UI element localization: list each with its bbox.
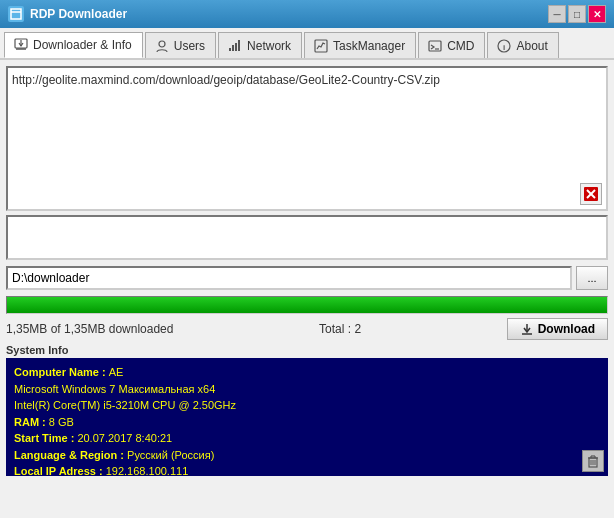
tab-downloader[interactable]: Downloader & Info bbox=[4, 32, 143, 58]
sysinfo-label: System Info bbox=[6, 344, 608, 356]
download-icon bbox=[520, 322, 534, 336]
network-icon bbox=[227, 38, 243, 54]
app-icon bbox=[8, 6, 24, 22]
tab-about[interactable]: i About bbox=[487, 32, 558, 58]
main-content: http://geolite.maxmind.com/download/geoi… bbox=[0, 60, 614, 482]
sysinfo-key-4: Start Time : bbox=[14, 432, 77, 444]
svg-rect-6 bbox=[229, 48, 231, 51]
progress-bar-fill bbox=[7, 297, 607, 313]
sysinfo-box: Computer Name : AE Microsoft Windows 7 М… bbox=[6, 358, 608, 476]
maximize-button[interactable]: □ bbox=[568, 5, 586, 23]
url-item: http://geolite.maxmind.com/download/geoi… bbox=[12, 72, 602, 89]
tab-users-label: Users bbox=[174, 39, 205, 53]
path-row: ... bbox=[6, 266, 608, 290]
sysinfo-val-6: 192.168.100.111 bbox=[106, 465, 189, 476]
cmd-icon bbox=[427, 38, 443, 54]
svg-rect-9 bbox=[238, 40, 240, 51]
window-controls: ─ □ ✕ bbox=[548, 5, 606, 23]
taskmanager-icon bbox=[313, 38, 329, 54]
tab-taskmanager[interactable]: TaskManager bbox=[304, 32, 416, 58]
sysinfo-line-1: Microsoft Windows 7 Максимальная x64 bbox=[14, 381, 600, 398]
tab-bar: Downloader & Info Users Network bbox=[0, 28, 614, 60]
path-input[interactable] bbox=[6, 266, 572, 290]
title-bar: RDP Downloader ─ □ ✕ bbox=[0, 0, 614, 28]
sysinfo-key-6: Local IP Adress : bbox=[14, 465, 106, 476]
download-button-label: Download bbox=[538, 322, 595, 336]
svg-point-5 bbox=[159, 41, 165, 47]
svg-rect-0 bbox=[11, 9, 21, 19]
status-text: 1,35MB of 1,35MB downloaded bbox=[6, 322, 173, 336]
app-title: RDP Downloader bbox=[30, 7, 548, 21]
url-list[interactable]: http://geolite.maxmind.com/download/geoi… bbox=[6, 66, 608, 211]
minimize-button[interactable]: ─ bbox=[548, 5, 566, 23]
sysinfo-key-5: Language & Region : bbox=[14, 449, 127, 461]
sysinfo-line-2: Intel(R) Core(TM) i5-3210M CPU @ 2.50GHz bbox=[14, 397, 600, 414]
total-text: Total : 2 bbox=[319, 322, 361, 336]
svg-text:i: i bbox=[503, 42, 505, 51]
tab-cmd-label: CMD bbox=[447, 39, 474, 53]
sysinfo-line-0: Computer Name : AE bbox=[14, 364, 600, 381]
tab-cmd[interactable]: CMD bbox=[418, 32, 485, 58]
sysinfo-val-5: Русский (Россия) bbox=[127, 449, 214, 461]
sysinfo-key-3: RAM : bbox=[14, 416, 49, 428]
browse-button[interactable]: ... bbox=[576, 266, 608, 290]
download-button[interactable]: Download bbox=[507, 318, 608, 340]
tab-network-label: Network bbox=[247, 39, 291, 53]
tab-users[interactable]: Users bbox=[145, 32, 216, 58]
delete-button[interactable] bbox=[580, 183, 602, 205]
sysinfo-key-0: Computer Name : bbox=[14, 366, 109, 378]
about-icon: i bbox=[496, 38, 512, 54]
svg-rect-8 bbox=[235, 43, 237, 51]
sysinfo-val-3: 8 GB bbox=[49, 416, 74, 428]
trash-button[interactable] bbox=[582, 450, 604, 472]
sysinfo-section: System Info Computer Name : AE Microsoft… bbox=[6, 344, 608, 476]
sysinfo-line-5: Language & Region : Русский (Россия) bbox=[14, 447, 600, 464]
sysinfo-line-3: RAM : 8 GB bbox=[14, 414, 600, 431]
progress-bar-bg bbox=[6, 296, 608, 314]
svg-rect-7 bbox=[232, 45, 234, 51]
tab-about-label: About bbox=[516, 39, 547, 53]
sysinfo-val-0: AE bbox=[109, 366, 124, 378]
status-row: 1,35MB of 1,35MB downloaded Total : 2 Do… bbox=[6, 318, 608, 340]
tab-network[interactable]: Network bbox=[218, 32, 302, 58]
close-button[interactable]: ✕ bbox=[588, 5, 606, 23]
comment-box[interactable] bbox=[6, 215, 608, 260]
sysinfo-line-6: Local IP Adress : 192.168.100.111 bbox=[14, 463, 600, 476]
tab-taskmanager-label: TaskManager bbox=[333, 39, 405, 53]
sysinfo-line-4: Start Time : 20.07.2017 8:40:21 bbox=[14, 430, 600, 447]
progress-row bbox=[6, 296, 608, 314]
sysinfo-val-4: 20.07.2017 8:40:21 bbox=[77, 432, 172, 444]
users-icon bbox=[154, 38, 170, 54]
downloader-icon bbox=[13, 37, 29, 53]
tab-downloader-label: Downloader & Info bbox=[33, 38, 132, 52]
